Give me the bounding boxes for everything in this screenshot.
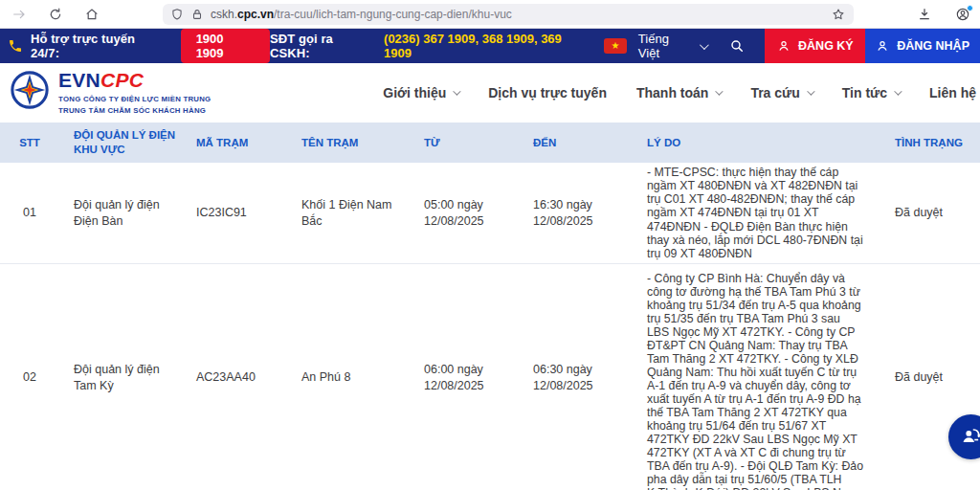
cskh-label: SĐT gọi ra CSKH:	[270, 32, 376, 60]
cell-tinh-trang: Đã duyệt	[876, 205, 980, 221]
main-navigation: Giới thiệu Dịch vụ trực tuyến Thanh toán…	[383, 85, 976, 100]
nav-dich-vu-truc-tuyen[interactable]: Dịch vụ trực tuyến	[488, 85, 607, 100]
column-header-ten-tram: TÊN TRẠM	[287, 136, 410, 150]
cell-ly-do: - MTE-CPSC: thực hiện thay thế cáp ngầm …	[629, 166, 876, 259]
hotline-badge[interactable]: 1900 1909	[181, 29, 270, 63]
login-button[interactable]: ĐĂNG NHẬP	[865, 29, 980, 63]
site-topbar: Hỗ trợ trực tuyến 24/7: 1900 1909 SĐT gọ…	[0, 29, 980, 63]
nav-tin-tuc[interactable]: Tin tức	[842, 85, 900, 100]
cskh-numbers: (0236) 367 1909, 368 1909, 369 1909	[384, 32, 592, 60]
table-row: 01 Đội quản lý điện Điện Bàn IC23IC91 Kh…	[0, 163, 980, 264]
user-icon	[777, 39, 791, 53]
evn-star-logo-icon	[10, 70, 50, 110]
bookmark-star-icon[interactable]	[831, 7, 846, 22]
nav-tra-cuu[interactable]: Tra cứu	[750, 85, 812, 100]
forward-icon[interactable]	[11, 7, 27, 22]
brand-subtitle: TỔNG CÔNG TY ĐIỆN LỰC MIỀN TRUNG TRUNG T…	[58, 94, 211, 116]
chevron-down-icon	[453, 87, 460, 95]
nav-thanh-toan[interactable]: Thanh toán	[636, 85, 721, 100]
nav-gioi-thieu[interactable]: Giới thiệu	[383, 85, 458, 100]
support-agent-icon	[959, 425, 980, 450]
cell-stt: 02	[0, 369, 59, 386]
nav-lien-he[interactable]: Liên hệ	[929, 85, 976, 100]
support-label: Hỗ trợ trực tuyến 24/7:	[31, 32, 167, 60]
url-text: cskh.cpc.vn/tra-cuu/lich-tam-ngung-cung-…	[211, 8, 824, 21]
cell-ly-do: - Công ty CP Bình Hà: Chuyển dây và công…	[629, 264, 876, 490]
language-selector[interactable]: Tiếng Việt	[638, 32, 706, 60]
brand-wordmark: EVNCPC	[58, 69, 144, 91]
site-header: EVNCPC TỔNG CÔNG TY ĐIỆN LỰC MIỀN TRUNG …	[0, 63, 980, 122]
address-bar[interactable]: cskh.cpc.vn/tra-cuu/lich-tam-ngung-cung-…	[163, 4, 854, 25]
evncpc-logo[interactable]: EVNCPC TỔNG CÔNG TY ĐIỆN LỰC MIỀN TRUNG …	[10, 70, 211, 116]
cell-ten-tram: An Phú 8	[287, 369, 410, 386]
cell-tu: 06:00 ngày 12/08/2025	[410, 362, 519, 393]
cell-doi-quan-ly: Đội quản lý điện Điện Bàn	[59, 197, 182, 229]
vietnam-flag-icon: ★	[604, 38, 627, 54]
cell-doi-quan-ly: Đội quản lý điện Tam Kỳ	[59, 362, 182, 393]
register-button[interactable]: ĐĂNG KÝ	[765, 29, 865, 63]
column-header-doi-quan-ly: ĐỘI QUẢN LÝ ĐIỆN KHU VỰC	[59, 128, 182, 157]
column-header-ly-do: LÝ DO	[629, 136, 876, 150]
column-header-den: ĐẾN	[519, 136, 629, 150]
shield-icon[interactable]	[170, 8, 184, 21]
column-header-stt: STT	[0, 136, 59, 150]
cell-den: 06:30 ngày 12/08/2025	[519, 362, 629, 393]
cell-stt: 01	[0, 205, 59, 221]
reload-icon[interactable]	[48, 7, 63, 22]
chevron-down-icon	[807, 87, 814, 95]
cell-ma-tram: AC23AA40	[182, 369, 287, 386]
user-icon	[876, 39, 889, 53]
download-icon[interactable]	[917, 7, 932, 22]
phone-icon	[8, 38, 23, 54]
cell-tinh-trang: Đã duyệt	[876, 369, 980, 386]
outage-table-header: STT ĐỘI QUẢN LÝ ĐIỆN KHU VỰC MÃ TRẠM TÊN…	[0, 122, 980, 163]
column-header-tu: TỪ	[410, 136, 519, 150]
lock-icon[interactable]	[190, 8, 204, 21]
account-notification-dot	[967, 5, 973, 11]
cell-den: 16:30 ngày 12/08/2025	[519, 197, 629, 229]
cell-ten-tram: Khối 1 Điện Nam Bắc	[287, 197, 410, 229]
table-row: 02 Đội quản lý điện Tam Kỳ AC23AA40 An P…	[0, 264, 980, 490]
chevron-down-icon	[716, 87, 724, 95]
browser-toolbar: cskh.cpc.vn/tra-cuu/lich-tam-ngung-cung-…	[0, 0, 980, 29]
cell-ma-tram: IC23IC91	[182, 205, 287, 221]
search-icon[interactable]	[729, 38, 745, 54]
column-header-ma-tram: MÃ TRẠM	[182, 136, 287, 150]
column-header-tinh-trang: TÌNH TRẠNG	[876, 136, 980, 150]
chevron-down-icon	[699, 40, 708, 50]
home-icon[interactable]	[84, 7, 100, 22]
account-icon[interactable]	[955, 7, 970, 22]
cell-tu: 05:00 ngày 12/08/2025	[410, 197, 519, 229]
chevron-down-icon	[894, 87, 902, 95]
